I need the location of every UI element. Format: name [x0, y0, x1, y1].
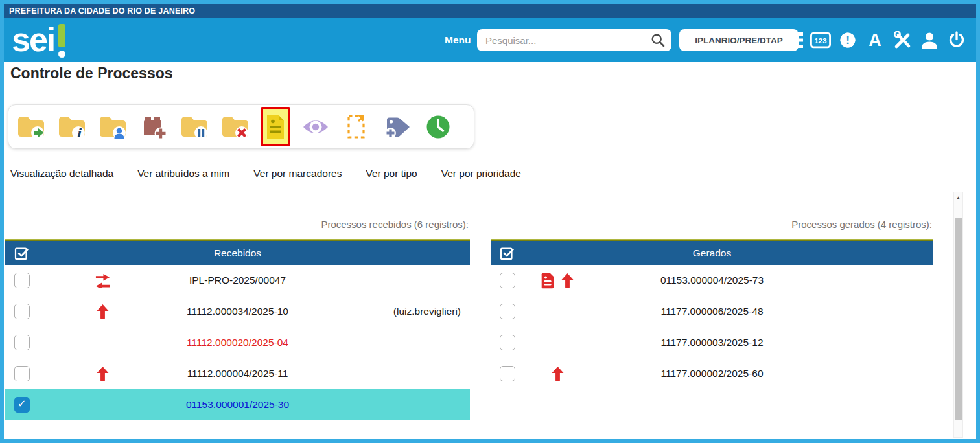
scroll-thumb[interactable]	[955, 218, 962, 420]
sei-logo[interactable]: sei	[12, 21, 65, 58]
sei-logo-text: sei	[12, 21, 54, 58]
include-document-button[interactable]	[261, 107, 290, 146]
include-in-block-button[interactable]	[139, 111, 169, 142]
table-row: 11177.000003/2025-12	[491, 327, 933, 358]
scroll-up-button[interactable]: ▲	[954, 194, 962, 203]
page-title: Controle de Processos	[10, 65, 173, 82]
process-link[interactable]: 01153.000004/2025-73	[491, 265, 933, 296]
header-icons: 123 ! A	[783, 18, 967, 62]
folder-send-icon	[16, 114, 46, 140]
received-table-title: Recebidos	[5, 247, 470, 259]
process-link[interactable]: IPL-PRO-2025/00047	[5, 265, 470, 296]
svg-text:123: 123	[815, 37, 827, 45]
user-icon[interactable]	[919, 29, 940, 51]
alert-badge-icon[interactable]: !	[837, 29, 858, 51]
process-link[interactable]: 11177.000002/2025-60	[491, 358, 933, 389]
send-process-button[interactable]	[16, 111, 46, 142]
view-link-assigned-to-me[interactable]: Ver atribuídos a mim	[137, 168, 229, 179]
clock-icon	[425, 114, 451, 140]
table-row: 11112.000020/2025-04	[5, 327, 470, 358]
generated-table-caption: Processos gerados (4 registros):	[491, 219, 933, 233]
list-view-icon[interactable]	[783, 29, 804, 51]
table-row: 11177.000006/2025-48	[491, 296, 933, 327]
tag-plus-icon	[384, 115, 411, 139]
view-links: Visualização detalhada Ver atribuídos a …	[10, 168, 521, 179]
process-link[interactable]: 11177.000006/2025-48	[491, 296, 933, 327]
menu-button[interactable]: Menu	[445, 18, 471, 62]
yellow-document-icon	[264, 114, 286, 140]
conclude-process-button[interactable]	[220, 111, 250, 142]
number-123-icon[interactable]: 123	[810, 29, 831, 51]
tools-icon[interactable]	[892, 29, 913, 51]
view-link-by-priority[interactable]: Ver por prioridade	[441, 168, 521, 179]
assign-process-button[interactable]	[98, 111, 128, 142]
manage-tags-button[interactable]	[382, 111, 412, 142]
view-link-by-tags[interactable]: Ver por marcadores	[253, 168, 342, 179]
block-plus-icon	[141, 114, 167, 140]
table-row: 11112.000004/2025-11	[5, 358, 470, 389]
annotations-button[interactable]	[342, 111, 371, 142]
process-link[interactable]: 11112.000004/2025-11	[5, 358, 470, 389]
generated-table-header: Gerados	[491, 241, 933, 265]
table-row: IPL-PRO-2025/00047	[5, 265, 470, 296]
process-link[interactable]: 11177.000003/2025-12	[491, 327, 933, 358]
received-table-caption: Processos recebidos (6 registros):	[5, 219, 470, 233]
table-row: 11112.000034/2025-10 (luiz.breviglieri)	[5, 296, 470, 327]
deadline-control-button[interactable]	[423, 111, 453, 142]
app-header: sei Menu IPLANRIO/PRE/DTAP 123 ! A	[4, 18, 976, 62]
folder-pause-icon	[180, 114, 209, 140]
received-processes-table: Processos recebidos (6 registros): Receb…	[5, 219, 470, 420]
search-box	[477, 29, 671, 51]
dashed-document-icon	[345, 113, 368, 141]
process-link[interactable]: 11112.000020/2025-04	[5, 327, 470, 358]
eye-icon	[302, 117, 329, 137]
folder-info-icon: i	[57, 114, 87, 140]
assignment-annotation: (luiz.breviglieri)	[393, 296, 461, 327]
received-table-header: Recebidos	[5, 241, 470, 265]
org-banner: PREFEITURA DA CIDADE DO RIO DE JANEIRO	[4, 4, 976, 18]
unit-selector-button[interactable]: IPLANRIO/PRE/DTAP	[679, 29, 799, 51]
special-follow-up-button[interactable]	[301, 111, 331, 142]
vertical-scrollbar[interactable]: ▲	[953, 192, 963, 438]
update-status-button[interactable]: i	[57, 111, 87, 142]
folder-close-icon	[220, 114, 250, 140]
search-icon[interactable]	[651, 33, 665, 47]
generated-processes-table: Processos gerados (4 registros): Gerados…	[491, 219, 933, 389]
suspend-process-button[interactable]	[180, 111, 209, 142]
folder-user-icon	[98, 114, 128, 140]
generated-table-title: Gerados	[491, 247, 933, 259]
process-toolbar: i	[8, 104, 474, 149]
svg-text:A: A	[869, 31, 881, 49]
logo-exclamation	[58, 21, 65, 58]
table-row-selected: 01153.000001/2025-30	[5, 389, 470, 420]
table-row: 11177.000002/2025-60	[491, 358, 933, 389]
view-link-by-type[interactable]: Ver por tipo	[366, 168, 417, 179]
search-input[interactable]	[485, 35, 651, 46]
process-link[interactable]: 01153.000001/2025-30	[5, 389, 470, 420]
power-icon[interactable]	[946, 29, 967, 51]
table-row: 01153.000004/2025-73	[491, 265, 933, 296]
view-link-detailed[interactable]: Visualização detalhada	[10, 168, 113, 179]
font-size-icon[interactable]: A	[865, 29, 885, 51]
svg-text:!: !	[846, 34, 850, 47]
